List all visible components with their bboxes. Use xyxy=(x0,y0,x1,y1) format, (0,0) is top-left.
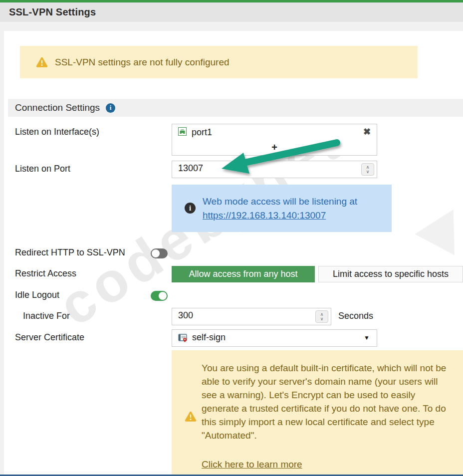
certificate-warning-box: You are using a default built-in certifi… xyxy=(172,350,463,476)
server-certificate-label: Server Certificate xyxy=(15,332,84,343)
page-header: SSL-VPN Settings xyxy=(0,2,463,22)
web-mode-url-link[interactable]: https://192.168.13.140:13007 xyxy=(203,210,326,221)
server-certificate-dropdown[interactable]: self-sign ▼ xyxy=(172,329,377,347)
inactive-for-value: 300 xyxy=(178,310,193,321)
port-stepper[interactable]: ∧ ∨ xyxy=(361,163,374,176)
info-icon[interactable]: i xyxy=(106,103,115,113)
idle-logout-label: Idle Logout xyxy=(15,290,59,300)
remove-interface-icon[interactable]: ✖ xyxy=(363,126,371,137)
restrict-access-label: Restrict Access xyxy=(15,268,76,279)
certificate-value: self-sign xyxy=(192,332,226,343)
connection-settings-header: Connection Settings i xyxy=(8,99,463,117)
info-circle-icon: i xyxy=(185,203,196,214)
certificate-warning-text: You are using a default built-in certifi… xyxy=(202,361,452,442)
not-configured-alert: SSL-VPN settings are not fully configure… xyxy=(20,46,418,78)
redirect-http-toggle[interactable] xyxy=(151,248,168,258)
inactive-for-input[interactable]: 300 ∧ ∨ xyxy=(172,308,331,325)
listen-interfaces-label: Listen on Interface(s) xyxy=(15,127,99,137)
listen-port-value: 13007 xyxy=(178,163,203,174)
page-title: SSL-VPN Settings xyxy=(9,6,96,18)
listen-interfaces-field[interactable]: port1 ✖ + xyxy=(172,124,377,156)
stepper-down-icon[interactable]: ∨ xyxy=(320,317,324,321)
web-mode-note-text: Web mode access will be listening at htt… xyxy=(203,195,357,223)
settings-panel: SSL-VPN settings are not fully configure… xyxy=(4,31,463,476)
interface-entry-port1[interactable]: port1 ✖ xyxy=(172,124,377,140)
warning-triangle-icon xyxy=(36,57,48,67)
redirect-http-label: Redirect HTTP to SSL-VPN xyxy=(15,247,125,258)
toggle-knob xyxy=(159,292,167,300)
idle-logout-toggle[interactable] xyxy=(151,291,168,301)
web-mode-note: i Web mode access will be listening at h… xyxy=(172,185,392,232)
ethernet-port-icon xyxy=(178,127,187,138)
sslvpn-settings-screen: SSL-VPN Settings codebynet SSL-VPN setti… xyxy=(0,0,463,476)
listen-port-label: Listen on Port xyxy=(15,164,70,174)
note-line: Web mode access will be listening at xyxy=(203,196,357,207)
allow-any-host-button[interactable]: Allow access from any host xyxy=(172,266,315,282)
seconds-unit-label: Seconds xyxy=(338,311,373,321)
inactive-for-label: Inactive For xyxy=(23,311,70,321)
limit-hosts-button[interactable]: Limit access to specific hosts xyxy=(318,266,463,282)
interface-name: port1 xyxy=(192,127,212,138)
learn-more-link[interactable]: Click here to learn more xyxy=(202,459,302,470)
chevron-down-icon: ▼ xyxy=(364,334,370,341)
add-interface-button[interactable]: + xyxy=(172,140,377,155)
alert-message: SSL-VPN settings are not fully configure… xyxy=(55,57,230,68)
section-title: Connection Settings xyxy=(15,102,100,113)
toggle-knob xyxy=(152,249,160,257)
warning-triangle-icon xyxy=(185,411,197,422)
stepper-down-icon[interactable]: ∨ xyxy=(366,170,370,174)
certificate-icon xyxy=(178,334,188,345)
listen-port-input[interactable]: 13007 ∧ ∨ xyxy=(172,161,377,178)
inactive-stepper[interactable]: ∧ ∨ xyxy=(315,310,328,323)
